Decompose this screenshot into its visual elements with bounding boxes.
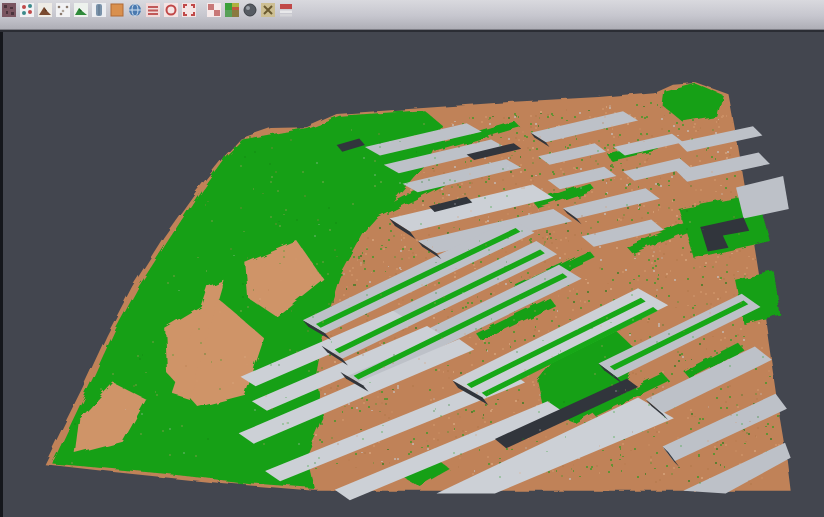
- toolbar-icon-row: [1, 2, 296, 18]
- cross-marks-icon[interactable]: [260, 2, 276, 18]
- ortho-square-icon[interactable]: [109, 2, 125, 18]
- red-layers-icon[interactable]: [278, 2, 294, 18]
- toolbar: [0, 0, 824, 30]
- window-left-border: [0, 32, 3, 517]
- corner-brackets-icon[interactable]: [181, 2, 197, 18]
- classified-cloud-icon[interactable]: [224, 2, 240, 18]
- sparse-points-icon[interactable]: [55, 2, 71, 18]
- point-cloud-scene: [0, 32, 824, 517]
- red-lines-icon[interactable]: [145, 2, 161, 18]
- terrain-green-icon[interactable]: [73, 2, 89, 18]
- red-ring-icon[interactable]: [163, 2, 179, 18]
- classify-dots-icon[interactable]: [19, 2, 35, 18]
- profile-panel-icon[interactable]: [91, 2, 107, 18]
- sphere-icon[interactable]: [242, 2, 258, 18]
- 3d-viewport[interactable]: [0, 30, 824, 517]
- terrain-brown-icon[interactable]: [37, 2, 53, 18]
- globe-icon[interactable]: [127, 2, 143, 18]
- point-noise-icon[interactable]: [1, 2, 17, 18]
- application-window: [0, 0, 824, 517]
- checker-icon[interactable]: [206, 2, 222, 18]
